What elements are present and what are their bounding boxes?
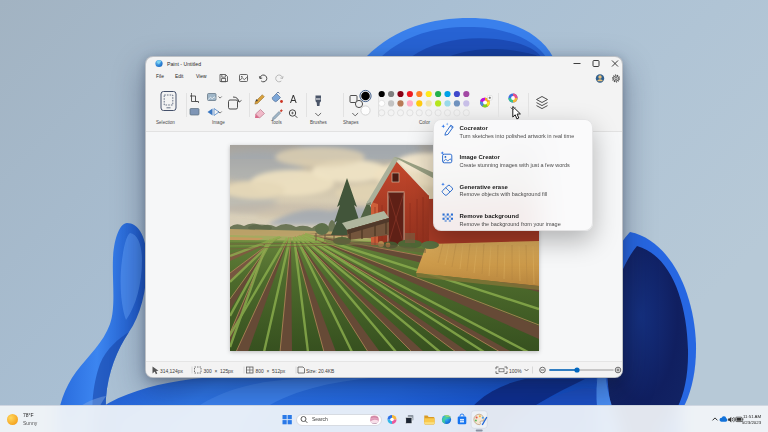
svg-text:A: A bbox=[290, 94, 297, 105]
